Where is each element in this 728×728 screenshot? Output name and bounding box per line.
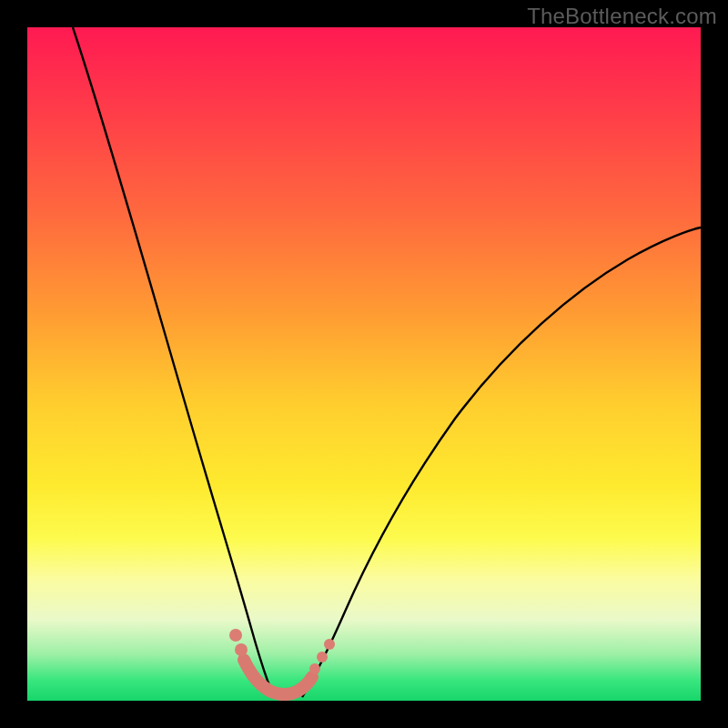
left-curve: [73, 27, 276, 697]
plot-area: [27, 27, 701, 701]
curve-layer: [27, 27, 701, 701]
marker-dot-left-1: [229, 629, 242, 642]
marker-dot-left-2: [235, 643, 248, 656]
marker-dot-right-3: [324, 639, 335, 650]
chart-frame: TheBottleneck.com: [0, 0, 728, 728]
marker-dot-right-2: [317, 652, 328, 662]
marker-dot-right-1: [309, 663, 320, 674]
right-curve: [302, 228, 701, 697]
watermark-text: TheBottleneck.com: [527, 4, 717, 29]
bottom-marker-bar: [244, 660, 312, 694]
